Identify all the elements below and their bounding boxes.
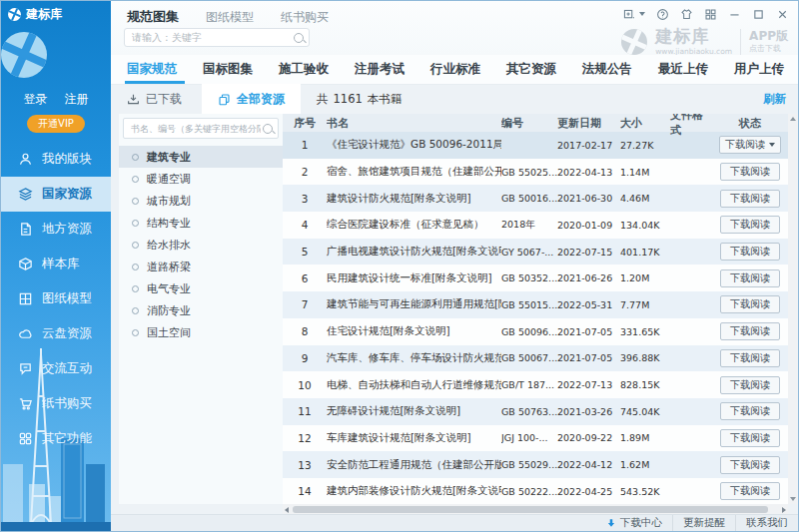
tab-item[interactable]: 国家规范: [127, 55, 190, 84]
category-item[interactable]: 暖通空调: [119, 168, 283, 190]
download-read-button[interactable]: 下载阅读: [720, 429, 780, 447]
tab-item[interactable]: 施工验收: [266, 55, 342, 84]
sidebar-item[interactable]: 云盘资源: [1, 316, 111, 351]
download-read-button[interactable]: 下载阅读: [720, 269, 780, 287]
register-link[interactable]: 注册: [65, 91, 89, 108]
top-bar: 规范图集 图纸模型 纸书购买: [111, 1, 798, 55]
download-read-button[interactable]: 下载阅读: [720, 322, 780, 340]
sidebar-item[interactable]: 交流互动: [1, 351, 111, 386]
download-read-button[interactable]: 下载阅读: [720, 163, 780, 181]
theme-icon[interactable]: [679, 7, 693, 21]
tab-item[interactable]: 行业标准: [417, 55, 493, 84]
table-row[interactable]: 6 民用建筑设计统一标准[附条文说明] GB 50352... 2021-06-…: [283, 265, 788, 291]
sidebar-item[interactable]: 地方资源: [1, 212, 111, 247]
category-item[interactable]: 国土空间: [119, 321, 283, 343]
download-read-button[interactable]: 下载阅读: [719, 136, 781, 154]
download-read-button[interactable]: 下载阅读: [720, 216, 780, 234]
downloaded-button[interactable]: 已下载: [127, 91, 182, 108]
category-item[interactable]: 结构专业: [119, 212, 283, 234]
category-tabs: 国家规范 国标图集 施工验收 注册考试 行业标准: [111, 55, 798, 85]
table-row[interactable]: 4 综合医院建设标准（征求意见稿） 2018年 2020-01-09 134.0…: [283, 212, 788, 239]
tab-item[interactable]: 国标图集: [190, 55, 266, 84]
layout-icon[interactable]: [703, 7, 717, 21]
search-icon[interactable]: [294, 33, 304, 43]
tab-item[interactable]: 法规公告: [569, 55, 645, 84]
watermark-logo-icon: [621, 29, 647, 55]
table-row[interactable]: 7 建筑节能与可再生能源利用通用规范[附条文说明] GB 55015... 20…: [283, 291, 788, 318]
download-read-button[interactable]: 下载阅读: [720, 376, 780, 394]
scroll-down-icon[interactable]: [790, 497, 796, 501]
table-row[interactable]: 2 宿舍、旅馆建筑项目规范（住建部公开版） GB 55025... 2022-0…: [283, 159, 788, 186]
table-row[interactable]: 10 电梯、自动扶梯和自动人行道维修规范 GB/T 187... 2022-07…: [283, 371, 788, 398]
top-nav-item[interactable]: 纸书购买: [281, 9, 329, 26]
download-read-button[interactable]: 下载阅读: [720, 190, 780, 208]
help-icon[interactable]: [655, 7, 669, 21]
sidebar-item-label: 国家资源: [42, 186, 92, 203]
category-item[interactable]: 消防专业: [119, 299, 283, 321]
sidebar-item-icon: [18, 326, 33, 341]
category-item[interactable]: 建筑专业: [119, 146, 283, 168]
scroll-right-icon[interactable]: [782, 507, 786, 513]
login-link[interactable]: 登录: [24, 91, 48, 108]
table-row[interactable]: 14 建筑内部装修设计防火规范[附条文说明] GB 50222... 2022-…: [283, 478, 788, 504]
scroll-up-icon[interactable]: [790, 117, 796, 121]
minimize-icon[interactable]: [727, 7, 741, 21]
table-row[interactable]: 11 无障碍设计规范[附条文说明] GB 50763... 2021-03-26…: [283, 398, 788, 425]
scroll-left-icon[interactable]: [285, 507, 289, 513]
app-logo-icon: [8, 8, 21, 21]
tab-item[interactable]: 最近上传: [645, 55, 721, 84]
table-row[interactable]: 13 安全防范工程通用规范（住建部公开版） GB 55029... 2022-0…: [283, 451, 788, 478]
sidebar-item[interactable]: 其它功能: [1, 421, 111, 456]
category-item[interactable]: 道路桥梁: [119, 256, 283, 277]
search-icon[interactable]: [263, 124, 273, 134]
table-row[interactable]: 3 建筑设计防火规范[附条文说明] GB 50016... 2021-06-30…: [283, 185, 788, 212]
sidebar-item[interactable]: 纸书购买: [1, 386, 111, 421]
caret-down-icon[interactable]: [639, 12, 645, 16]
all-resources-tab[interactable]: 全部资源: [202, 84, 301, 114]
tab-item[interactable]: 其它资源: [493, 55, 569, 84]
sidebar-item-icon: [18, 396, 33, 411]
table-row[interactable]: 1 《住宅设计规范》GB 50096-2011局部修订条文及说... 2017-…: [283, 132, 788, 159]
category-label: 结构专业: [147, 216, 191, 231]
sidebar-item[interactable]: 样本库: [1, 247, 111, 281]
contact-us-button[interactable]: 联系我们: [735, 515, 798, 531]
table-row[interactable]: 5 广播电视建筑设计防火规范[附条文说明] GY 5067-... 2022-0…: [283, 239, 788, 266]
download-read-button[interactable]: 下载阅读: [720, 295, 780, 313]
sidebar-item-icon: [18, 257, 33, 271]
sidebar-item[interactable]: 我的版块: [1, 142, 111, 177]
update-reminder-button[interactable]: 更新提醒: [672, 515, 735, 531]
download-center-button[interactable]: 下载中心: [596, 515, 672, 531]
scrollbar-thumb[interactable]: [293, 506, 768, 513]
app-download-label[interactable]: APP版: [749, 30, 788, 43]
table-row[interactable]: 8 住宅设计规范[附条文说明] GB 50096... 2021-07-05 3…: [283, 318, 788, 345]
vertical-scrollbar[interactable]: [788, 114, 798, 504]
files-icon: [218, 93, 231, 106]
screenshot-icon[interactable]: [621, 7, 635, 21]
tab-item[interactable]: 用户上传: [721, 55, 797, 84]
open-vip-button[interactable]: 开通VIP: [27, 115, 85, 133]
table-row[interactable]: 9 汽车库、修车库、停车场设计防火规范[附条文说明] GB 50067... 2…: [283, 345, 788, 372]
download-read-button[interactable]: 下载阅读: [720, 349, 780, 367]
sidebar-item-label: 云盘资源: [42, 325, 92, 342]
bullet-icon: [132, 242, 139, 249]
category-item[interactable]: 电气专业: [119, 277, 283, 299]
refresh-link[interactable]: 刷新: [763, 92, 786, 107]
bullet-icon: [132, 220, 139, 227]
download-read-button[interactable]: 下载阅读: [720, 456, 780, 474]
category-item[interactable]: 给水排水: [119, 234, 283, 256]
download-read-button[interactable]: 下载阅读: [720, 243, 780, 261]
top-nav-item[interactable]: 图纸模型: [206, 9, 254, 26]
sidebar-item[interactable]: 图纸模型: [1, 281, 111, 316]
category-item[interactable]: 城市规划: [119, 190, 283, 212]
close-icon[interactable]: [775, 7, 789, 21]
app-download-sub[interactable]: 点击下载: [749, 43, 788, 54]
book-search-input[interactable]: [129, 123, 263, 135]
sidebar-item[interactable]: 国家资源: [1, 177, 111, 212]
tab-item[interactable]: 注册考试: [342, 55, 417, 84]
download-read-button[interactable]: 下载阅读: [720, 402, 780, 420]
maximize-icon[interactable]: [751, 7, 765, 21]
download-read-button[interactable]: 下载阅读: [720, 482, 780, 500]
table-row[interactable]: 12 车库建筑设计规范[附条文说明] JGJ 100-... 2020-09-2…: [283, 425, 788, 452]
search-input[interactable]: [130, 31, 294, 44]
top-nav-item[interactable]: 规范图集: [127, 8, 179, 26]
